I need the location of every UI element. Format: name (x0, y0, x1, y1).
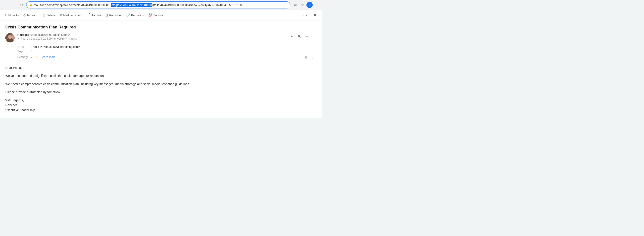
reply-button[interactable]: ↩ (289, 33, 295, 39)
toolbar-separator-1 (39, 13, 39, 17)
collapse-icon[interactable]: ⊙ (17, 45, 20, 48)
email-container: □ Move to ◇ Tag as 🗑 Delete ⊘ Mark as sp… (0, 10, 322, 118)
move-to-label: Move to (8, 14, 18, 17)
sender-name-row: Rebecca <rebecca@zylkertraining.com> (17, 33, 289, 36)
expand-button[interactable]: ⌄ (310, 33, 317, 39)
move-to-icon: □ (5, 13, 7, 17)
signature-title: Executive Leadership (5, 108, 317, 112)
mark-as-spam-label: Mark as spam (63, 14, 82, 17)
profile-button[interactable]: P (306, 2, 313, 8)
bookmark-button[interactable]: ☆ (299, 2, 306, 8)
flag-icon: ⚑ (17, 37, 20, 40)
close-button[interactable]: ✕ (312, 12, 318, 18)
refresh-button[interactable]: ↻ (18, 2, 24, 8)
permalink-button[interactable]: 🔗 Permalink (124, 12, 146, 18)
email-action-buttons: ↩ ↪ ⌄ (289, 33, 317, 39)
share-button[interactable]: ⋰ (310, 54, 317, 60)
email-content: Crisis Communication Plan Required Rebec… (0, 20, 322, 118)
sender-name: Rebecca (17, 33, 29, 36)
email-subject: Crisis Communication Plan Required (5, 25, 317, 30)
to-row: ⊙ To "Paula P" <paula@zylkertraining.com… (17, 45, 317, 48)
learn-more-link[interactable]: Learn more (41, 55, 56, 59)
tag-as-label: Tag as (27, 14, 35, 17)
security-lock-icon: 🔒 (29, 3, 32, 6)
url-display: mail.zoho.com/zm/popMail.do?accId=824619… (34, 3, 288, 7)
archive-label: Archive (91, 14, 101, 17)
snooze-label: Snooze (153, 14, 163, 17)
email-header: Rebecca <rebecca@zylkertraining.com> ⚑ T… (5, 33, 317, 42)
inbox-badge: INBOX (69, 37, 77, 40)
send-date: Tue, 03 Dec 2024 9:04:09 PM +0530 (21, 37, 65, 40)
body-greeting: Dear Paula, (5, 65, 317, 70)
forward-button[interactable]: ↪ (303, 33, 310, 39)
security-label: Security (17, 55, 29, 59)
cast-button[interactable]: ⧉ (292, 2, 298, 8)
signature-name: Rebecca (5, 103, 317, 108)
to-value: "Paula P" <paula@zylkertraining.com> (31, 45, 80, 48)
reminder-label: Reminder (109, 14, 122, 17)
move-to-button[interactable]: □ Move to (4, 12, 20, 18)
back-button[interactable]: ← (2, 2, 8, 8)
spam-icon: ⊘ (60, 13, 62, 17)
reading-mode-button[interactable]: ▤ (303, 54, 309, 60)
to-label: ⊙ To (17, 45, 31, 48)
tag-as-button[interactable]: ◇ Tag as (21, 12, 37, 18)
browser-chrome: ← → ↻ 🔒 mail.zoho.com/zm/popMail.do?accI… (0, 0, 322, 10)
address-bar[interactable]: 🔒 mail.zoho.com/zm/popMail.do?accId=8246… (26, 1, 290, 8)
body-line3: Please provide a draft plan by tomorrow. (5, 90, 317, 94)
reminder-button[interactable]: ◷ Reminder (104, 12, 124, 18)
url-highlighted: msgId=1733240049259118100 (111, 3, 152, 7)
tags-icon: ◇ (31, 49, 33, 53)
meta-separator: ● (66, 38, 67, 40)
tags-label: Tags (17, 50, 31, 53)
delete-button[interactable]: 🗑 Delete (41, 12, 57, 18)
reply-all-button[interactable] (296, 33, 302, 39)
permalink-label: Permalink (131, 14, 144, 17)
avatar-image (5, 33, 15, 42)
body-line1: We've encountered a significant crisis t… (5, 73, 317, 78)
forward-button[interactable]: → (10, 2, 16, 8)
snooze-icon: ⏰ (148, 13, 152, 17)
sender-avatar (5, 33, 15, 42)
security-row: Security ⬥ TLS Learn more ▤ ⋰ (17, 54, 317, 60)
archive-button[interactable]: ⎡ Archive (87, 12, 103, 18)
archive-icon: ⎡ (89, 13, 90, 17)
toolbar-more-button[interactable]: ⋯ (301, 12, 309, 18)
signature-regards: With regards, (5, 98, 317, 103)
tls-shield-icon: ⬥ (31, 55, 33, 59)
email-signature: With regards, Rebecca Executive Leadersh… (5, 98, 317, 113)
sender-email-address: <rebecca@zylkertraining.com> (30, 33, 70, 36)
tags-row: Tags ◇ (17, 49, 317, 53)
email-toolbar: □ Move to ◇ Tag as 🗑 Delete ⊘ Mark as sp… (0, 10, 322, 20)
browser-more-button[interactable]: ⋮ (314, 2, 320, 8)
email-body: Dear Paula, We've encountered a signific… (5, 64, 317, 114)
delete-icon: 🗑 (42, 13, 46, 17)
link-icon: 🔗 (126, 13, 130, 17)
browser-toolbar: ← → ↻ 🔒 mail.zoho.com/zm/popMail.do?accI… (0, 0, 322, 10)
tag-icon: ◇ (23, 13, 26, 17)
url-suffix: &folId=824619100000008014&att=0&entityId… (152, 3, 244, 7)
delete-label: Delete (47, 14, 55, 17)
reminder-icon: ◷ (106, 13, 108, 17)
snooze-button[interactable]: ⏰ Snooze (147, 12, 165, 18)
sender-info: Rebecca <rebecca@zylkertraining.com> ⚑ T… (17, 33, 289, 40)
sender-meta: ⚑ Tue, 03 Dec 2024 9:04:09 PM +0530 ● IN… (17, 37, 289, 40)
browser-action-buttons: ⧉ ☆ P ⋮ (292, 2, 320, 8)
url-prefix: mail.zoho.com/zm/popMail.do?accId=824619… (34, 3, 111, 7)
content-action-buttons: ▤ ⋰ (303, 54, 317, 60)
body-line2: We need a comprehensive crisis communica… (5, 82, 317, 86)
tls-label: TLS (34, 55, 40, 59)
reply-all-icon (298, 35, 301, 38)
mark-as-spam-button[interactable]: ⊘ Mark as spam (58, 12, 83, 18)
